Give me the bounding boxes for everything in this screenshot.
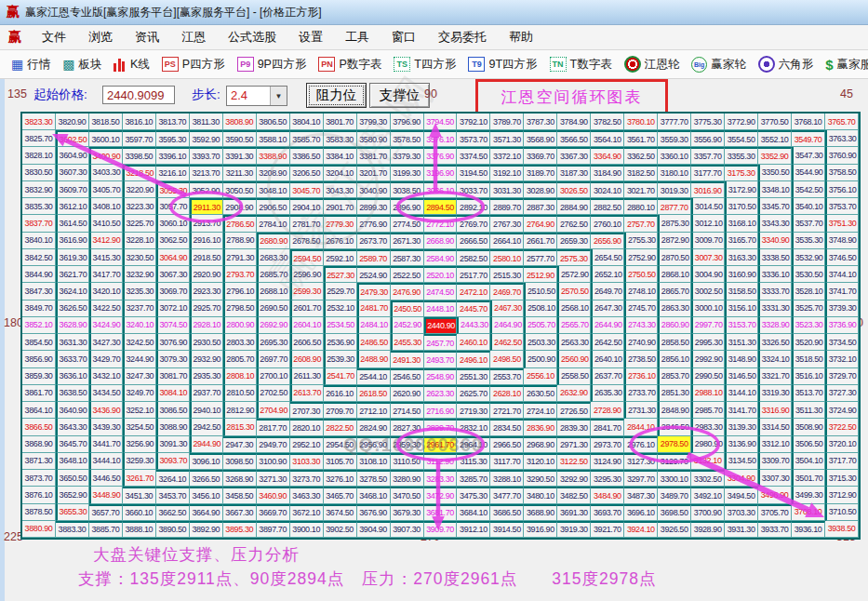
grid-cell: 3050.50 [223, 181, 257, 198]
toolbar: ▦行情▩板块K线PSP四方形P99P四方形PNP数字表TST四方形T99T四方形… [0, 50, 868, 79]
menu-item-3[interactable]: 江恩 [170, 26, 217, 48]
grid-cell: 3808.90 [223, 114, 257, 130]
toolbar-item[interactable]: P99P四方形 [237, 57, 307, 73]
toolbar-item[interactable]: PSP四方形 [162, 57, 225, 73]
grid-cell: 3436.90 [89, 402, 123, 419]
grid-cell: 3544.90 [792, 165, 825, 181]
grid-cell: 3921.70 [591, 521, 624, 538]
grid-cell: 3566.50 [557, 130, 591, 147]
toolbar-item[interactable]: ▦行情 [11, 57, 50, 73]
menu-item-4[interactable]: 公式选股 [217, 26, 287, 48]
grid-cell: 3871.30 [22, 453, 56, 470]
grid-cell: 2450.50 [391, 300, 424, 317]
grid-cell: 3705.70 [758, 504, 792, 521]
toolbar-item[interactable]: T99T四方形 [468, 57, 537, 73]
menu-item-5[interactable]: 设置 [287, 26, 334, 48]
toolbar-item[interactable]: TNT数字表 [550, 57, 612, 73]
grid-cell: 3520.90 [792, 334, 825, 351]
menu-item-7[interactable]: 窗口 [381, 26, 427, 48]
grid-cell: 2556.10 [524, 368, 557, 385]
menu-item-9[interactable]: 帮助 [498, 26, 544, 48]
grid-cell: 3835.30 [22, 198, 56, 215]
grid-cell: 2846.50 [658, 419, 691, 435]
grid-cell: 2860.90 [658, 317, 691, 334]
grid-cell: 3256.90 [123, 436, 156, 453]
grid-cell: 2625.70 [457, 385, 490, 402]
grid-cell: 2656.90 [591, 233, 624, 249]
grid-cell: 2498.50 [490, 351, 524, 367]
grid-cell: 2913.70 [190, 215, 223, 232]
resistance-button[interactable]: 阻力位 [306, 83, 367, 108]
grid-cell: 3933.70 [758, 521, 792, 538]
menu-item-6[interactable]: 工具 [334, 26, 381, 48]
toolbar-item[interactable]: 六角形 [758, 56, 814, 73]
grid-cell: 3559.30 [658, 130, 691, 147]
grid-cell: 3655.30 [56, 504, 89, 521]
grid-cell: 3556.90 [691, 130, 725, 147]
p-number-table-icon: PN [318, 57, 335, 72]
grid-cell: 3880.90 [22, 521, 56, 538]
toolbar-item[interactable]: Big赢家轮 [691, 57, 746, 73]
gann-square-grid[interactable]: 3823.303820.903818.503816.103813.703811.… [20, 112, 861, 540]
toolbar-item[interactable]: ▩板块 [62, 57, 101, 73]
grid-cell: 3244.90 [123, 351, 156, 367]
grid-cell: 3938.50 [825, 521, 859, 538]
summary-title: 大盘关键位支撑、压力分析 [93, 543, 300, 566]
start-price-input[interactable] [102, 86, 175, 104]
toolbar-item[interactable]: K线 [114, 57, 149, 73]
step-combobox[interactable]: 2.4 ▼ [226, 86, 287, 106]
grid-cell: 2635.30 [591, 385, 624, 402]
grid-cell: 2916.10 [190, 233, 223, 249]
grid-cell: 3324.10 [758, 351, 792, 367]
grid-cell: 2496.10 [457, 351, 490, 367]
menu-items: 文件浏览资讯江恩公式选股设置工具窗口交易委托帮助 [31, 26, 544, 48]
grid-cell: 2572.90 [557, 266, 591, 283]
grid-cell: 3187.30 [557, 165, 591, 181]
grid-cell: 3770.50 [758, 114, 792, 130]
grid-cell: 3676.90 [357, 504, 391, 521]
grid-cell: 3340.90 [758, 233, 792, 249]
grid-cell: 3103.30 [290, 453, 324, 470]
menu-item-2[interactable]: 资讯 [124, 26, 170, 48]
toolbar-item[interactable]: $赢家服务 [825, 57, 868, 73]
grid-cell: 3624.10 [56, 283, 89, 300]
grid-cell: 3400.90 [89, 147, 123, 164]
grid-cell: 3132.10 [691, 453, 725, 470]
grid-cell: 3856.90 [22, 351, 56, 367]
grid-cell: 3746.50 [825, 249, 859, 266]
grid-cell: 3057.70 [156, 198, 190, 215]
chevron-down-icon[interactable]: ▼ [270, 87, 287, 105]
grid-cell: 3038.50 [391, 181, 424, 198]
grid-cell: 2570.50 [557, 283, 591, 300]
grid-cell: 3266.50 [190, 470, 223, 487]
grid-cell: 2827.30 [391, 419, 424, 435]
grid-cell: 2870.50 [658, 249, 691, 266]
grid-cell: 3134.50 [725, 453, 758, 470]
grid-cell: 3331.30 [758, 300, 792, 317]
grid-cell: 2671.30 [391, 233, 424, 249]
grid-cell: 3184.90 [591, 165, 624, 181]
grid-cell: 3828.10 [22, 147, 56, 164]
grid-cell: 3528.10 [792, 283, 825, 300]
grid-cell: 3729.70 [825, 368, 859, 385]
grid-cell: 3619.30 [56, 249, 89, 266]
toolbar-item[interactable]: 江恩轮 [624, 56, 680, 73]
grid-cell: 2510.50 [524, 283, 557, 300]
toolbar-item[interactable]: PNP数字表 [318, 57, 381, 73]
grid-cell: 2944.90 [190, 436, 223, 453]
grid-cell: 2788.90 [223, 233, 257, 249]
grid-cell: 3228.10 [123, 233, 156, 249]
grid-cell: 3470.50 [391, 487, 424, 503]
grid-cell: 3434.50 [89, 385, 123, 402]
grid-cell: 2947.30 [223, 436, 257, 453]
grid-cell: 3036.10 [424, 181, 458, 198]
grid-cell: 3518.50 [792, 351, 825, 367]
grid-cell: 3753.70 [825, 198, 859, 215]
grid-cell: 2522.50 [391, 266, 424, 283]
grid-cell: 2764.90 [524, 215, 557, 232]
grid-cell: 3446.50 [89, 470, 123, 487]
grid-cell: 2896.90 [391, 198, 424, 215]
menu-item-0[interactable]: 文件 [31, 26, 77, 48]
menu-item-1[interactable]: 浏览 [77, 26, 124, 48]
menu-item-8[interactable]: 交易委托 [427, 26, 498, 48]
